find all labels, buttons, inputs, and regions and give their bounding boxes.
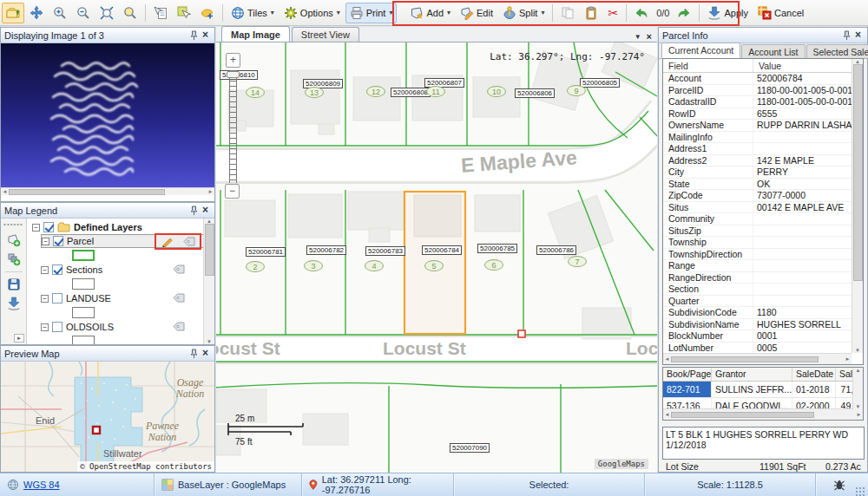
scroll-right-icon[interactable]: ► — [207, 189, 214, 194]
lot-number[interactable]: 7 — [568, 256, 587, 267]
landuse-style-swatch[interactable] — [72, 307, 95, 318]
split-parcel-button[interactable]: Split▾ — [498, 3, 549, 23]
options-button[interactable]: Options▾ — [279, 3, 345, 23]
field-row[interactable]: MailingInfo — [663, 132, 852, 144]
scroll-up-icon[interactable]: ▲ — [854, 368, 862, 373]
parcel-id-label[interactable]: 520006783 — [365, 246, 405, 256]
scroll-thumb[interactable] — [671, 356, 819, 362]
lot-number[interactable]: 5 — [424, 260, 444, 271]
layer-row-parcel[interactable]: − Parcel — [41, 234, 204, 248]
tab-selected-sales[interactable]: Selected Sales — [806, 44, 868, 58]
collapse-icon[interactable]: − — [42, 238, 49, 245]
scroll-right-icon[interactable]: ► — [844, 356, 852, 362]
label-tag-icon[interactable] — [173, 264, 185, 276]
projection-link[interactable]: WGS 84 — [23, 480, 60, 490]
zoom-selection-button[interactable] — [119, 3, 141, 23]
overview-map[interactable]: Enid Osage Nation Pawnee Nation Stillwat… — [1, 362, 214, 472]
parcel-id-label[interactable]: 520006808 — [391, 88, 431, 97]
column-header-bookpage[interactable]: Book/Page — [663, 368, 712, 381]
field-row[interactable]: CityPERRY — [663, 166, 852, 179]
sales-vscrollbar[interactable]: ▲ ▼ — [852, 368, 863, 409]
tab-map-image[interactable]: Map Image — [221, 26, 290, 42]
expand-strip-button[interactable]: ► — [14, 334, 24, 343]
scroll-down-icon[interactable]: ▼ — [206, 339, 214, 344]
lot-number[interactable]: 9 — [567, 85, 586, 96]
field-row[interactable]: CadastralID1180-001-005-00-0-001-00 — [663, 96, 852, 108]
parcel-id-label[interactable]: 520006781 — [246, 247, 286, 257]
field-row[interactable]: Address1 — [663, 143, 852, 155]
pin-icon[interactable] — [841, 29, 852, 41]
legal-description-box[interactable]: LT 5 BLK 1 HUGHES SORRELL PERRY WD 1/12/… — [662, 427, 865, 460]
label-tag-icon[interactable] — [173, 293, 185, 304]
sections-style-swatch[interactable] — [72, 278, 95, 290]
parcel-id-label[interactable]: 520007090 — [450, 443, 490, 453]
layer-checkbox[interactable] — [52, 322, 62, 332]
edit-parcel-button[interactable]: Edit — [456, 3, 497, 23]
column-header-grantor[interactable]: Grantor — [712, 368, 792, 381]
print-button[interactable]: Print▾ — [345, 3, 398, 23]
map-viewport[interactable]: 520 06810 520006809 520006808 520006807 … — [216, 42, 657, 473]
field-row[interactable]: Community — [663, 213, 852, 225]
add-point-button[interactable] — [196, 3, 219, 23]
scroll-left-icon[interactable]: ◄ — [663, 412, 671, 417]
close-icon[interactable]: × — [200, 205, 211, 216]
edit-style-pencil-icon[interactable] — [161, 236, 174, 247]
field-row[interactable]: SubdivisionCode1180 — [663, 307, 852, 319]
tiles-button[interactable]: Tiles▾ — [227, 3, 279, 23]
legend-vertical-scrollbar[interactable]: ▲ ▼ — [203, 219, 214, 344]
field-row[interactable]: Township — [663, 237, 852, 249]
resize-grip[interactable] — [856, 487, 865, 496]
map-zoom-out-button[interactable]: − — [225, 184, 240, 199]
parcel-id-label[interactable]: 520006785 — [477, 244, 517, 253]
redo-button[interactable] — [673, 3, 695, 23]
sale-row[interactable]: 822-701 SULLINS JEFFR... 01-2018 71,0 — [663, 382, 863, 398]
field-row[interactable]: BlockNumber0001 — [663, 330, 852, 343]
scroll-left-icon[interactable]: ◄ — [1, 189, 9, 194]
sales-hscrollbar[interactable]: ◄ ► — [663, 408, 863, 420]
field-row[interactable]: Account520006784 — [663, 73, 852, 85]
layer-row-oldsoils[interactable]: − OLDSOILS — [41, 320, 214, 334]
layer-row-sections[interactable]: − Sections — [41, 263, 214, 277]
collapse-icon[interactable]: − — [32, 224, 40, 232]
field-row[interactable]: Section — [663, 284, 852, 296]
field-row[interactable]: LotNumber0005 — [663, 343, 852, 354]
field-row[interactable]: ZipCode73077-0000 — [663, 190, 852, 202]
field-row[interactable]: Range — [663, 260, 852, 272]
zoom-slider-track[interactable] — [229, 70, 237, 183]
collapse-icon[interactable]: − — [41, 266, 49, 274]
image-horizontal-scrollbar[interactable]: ◄ ► — [1, 187, 214, 195]
parcel-id-label[interactable]: 520006784 — [422, 245, 462, 255]
add-group-layer-button[interactable] — [7, 252, 21, 266]
scroll-right-icon[interactable]: ► — [855, 412, 863, 417]
cancel-button[interactable]: Cancel — [753, 3, 808, 23]
lot-number[interactable]: 14 — [246, 87, 265, 98]
field-grid-vscrollbar[interactable]: ▲ ▼ — [852, 59, 863, 353]
field-row[interactable]: TownshipDirection — [663, 249, 852, 261]
pin-icon[interactable] — [188, 205, 200, 216]
lot-number[interactable]: 13 — [305, 87, 324, 98]
scanned-document-image[interactable] — [1, 43, 214, 187]
label-tag-icon[interactable] — [173, 322, 185, 333]
scroll-down-icon[interactable]: ▼ — [854, 348, 862, 353]
collapse-icon[interactable]: − — [41, 295, 49, 303]
zoom-out-button[interactable] — [72, 3, 95, 23]
tab-account-list[interactable]: Account List — [741, 44, 805, 58]
sale-bookpage[interactable]: 822-701 — [663, 382, 712, 397]
lot-number[interactable]: 4 — [365, 260, 384, 271]
lot-number[interactable]: 3 — [304, 260, 323, 271]
column-header-field[interactable]: Field — [663, 59, 753, 72]
oldsoils-style-swatch[interactable] — [72, 336, 95, 344]
apply-button[interactable]: Apply — [703, 3, 753, 23]
copy-button[interactable] — [556, 3, 579, 23]
close-icon[interactable]: × — [200, 348, 211, 359]
lot-number[interactable]: 2 — [246, 261, 265, 272]
show-images-button[interactable] — [2, 3, 24, 23]
root-checkbox[interactable] — [43, 222, 54, 232]
field-row[interactable]: SitusZip — [663, 225, 852, 238]
add-parcel-button[interactable]: Add▾ — [405, 3, 455, 23]
layer-checkbox[interactable] — [53, 236, 63, 246]
column-header-saledate[interactable]: SaleDate — [792, 368, 836, 381]
field-row[interactable]: RowID6555 — [663, 108, 852, 121]
label-tag-icon[interactable] — [183, 237, 195, 246]
save-legend-button[interactable] — [7, 277, 21, 291]
